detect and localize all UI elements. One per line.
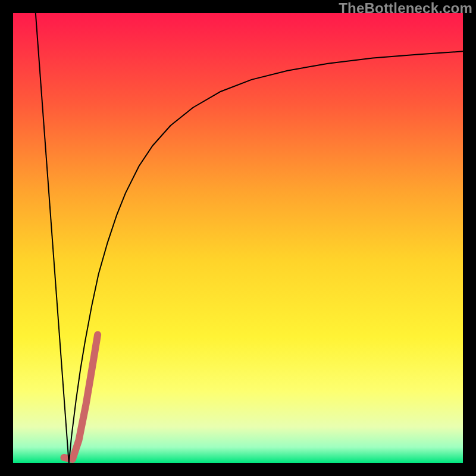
watermark-text: TheBottleneck.com: [339, 0, 472, 17]
right-branch-line: [69, 51, 463, 463]
marker-segment: [64, 335, 98, 459]
chart-frame: TheBottleneck.com: [0, 0, 476, 476]
left-branch-line: [36, 13, 69, 463]
curve-layer: [13, 13, 463, 463]
plot-area: [13, 13, 463, 463]
